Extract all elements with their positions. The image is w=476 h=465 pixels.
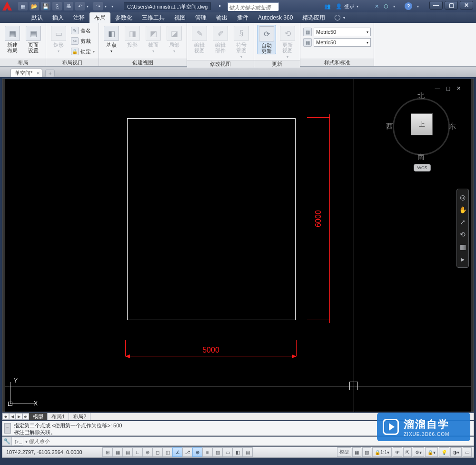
infocenter-icon[interactable]: 👥	[324, 3, 331, 10]
ribbon-tab[interactable]: 默认	[27, 12, 48, 23]
layout-tab[interactable]: 布局1	[48, 413, 69, 420]
am-icon[interactable]: ▤	[242, 447, 253, 457]
qat-undo-icon[interactable]: ↶	[75, 2, 85, 10]
help-search[interactable]	[228, 2, 279, 10]
lineweight-icon[interactable]: ≡	[202, 447, 213, 457]
file-tab[interactable]: 单空间* ✕	[10, 69, 42, 77]
ribbon-tab[interactable]: 输出	[211, 12, 232, 23]
sc-icon[interactable]: ◧	[232, 447, 243, 457]
signin-button[interactable]: 👤 登录 ▾	[336, 3, 358, 10]
appframe-icon[interactable]	[335, 15, 340, 20]
dimension-vertical[interactable]: 6000	[307, 114, 334, 323]
cmd-prompt-icon[interactable]: ▷_	[14, 437, 23, 445]
tab-last-icon[interactable]: ⏭	[22, 413, 29, 420]
style-dropdown[interactable]: Metric50▾	[314, 38, 371, 47]
navbar-more-icon[interactable]: ▸	[458, 255, 467, 263]
style-dropdown[interactable]: Metric50▾	[314, 28, 371, 36]
ribbon-tab[interactable]: 精选应用	[298, 12, 330, 23]
style-icon[interactable]: ▦	[303, 38, 312, 47]
steering-wheel-icon[interactable]: ◎	[458, 193, 467, 202]
help-icon[interactable]: ?	[405, 2, 412, 10]
viewcube-face[interactable]: 上	[411, 113, 433, 135]
ribbon-tab[interactable]: 布局	[89, 12, 110, 23]
coordinates-display[interactable]: 10742.2797, -6106.2564, 0.0000	[2, 449, 102, 455]
hardware-accel-icon[interactable]: 💡	[439, 447, 449, 457]
ribbon-tab[interactable]: 注释	[69, 12, 89, 23]
viewcube[interactable]: 北 南 西 东 上 WCS	[388, 93, 455, 170]
transparency-icon[interactable]: ▨	[212, 447, 223, 457]
close-icon[interactable]: ✕	[36, 71, 40, 76]
path-dd-icon[interactable]: ▸	[219, 3, 221, 8]
tab-prev-icon[interactable]: ◀	[9, 413, 16, 420]
orbit-icon[interactable]: ⟲	[458, 230, 467, 239]
chevron-down-icon[interactable]: ▾	[393, 4, 395, 9]
drawing-area[interactable]: — ▢ ✕ 北 南 西 东 上 WCS ◎ ✋ ⤢ ⟲ ▦ ▸ 5000 600…	[2, 79, 474, 412]
help-search-input[interactable]	[228, 4, 278, 11]
showmotion-icon[interactable]: ▦	[458, 243, 467, 251]
ribbon-tab[interactable]: 插入	[48, 12, 69, 23]
style-icon[interactable]: ▦	[303, 28, 312, 36]
clean-screen-icon[interactable]: ▭	[463, 447, 472, 457]
grid-icon[interactable]: ▤	[122, 447, 133, 457]
dimension-horizontal[interactable]: 5000	[125, 340, 297, 360]
annotation-scale[interactable]: 🔒 1:1▾	[372, 447, 392, 457]
ribbon-small-button[interactable]: ✎命名	[70, 26, 96, 35]
chevron-down-icon[interactable]: ▾	[417, 4, 419, 9]
ribbon-button[interactable]: ⟳自动更新	[257, 25, 276, 54]
layout-tab[interactable]: 模型	[29, 413, 48, 420]
pan-icon[interactable]: ✋	[458, 205, 467, 214]
qp-icon[interactable]: ▭	[222, 447, 233, 457]
ribbon-tab[interactable]: 参数化	[110, 12, 137, 23]
ucs-icon[interactable]: Y X	[7, 378, 40, 407]
toolbar-lock-icon[interactable]: 🔒▾	[425, 447, 438, 457]
qat-new-icon[interactable]: ▦	[18, 2, 28, 10]
infer-constraints-icon[interactable]: ⊞	[102, 447, 113, 457]
customize-icon[interactable]: 🔧	[2, 437, 12, 445]
dyn-input-icon[interactable]: ⊕	[192, 447, 203, 457]
ribbon-tab[interactable]: 视图	[169, 12, 190, 23]
polar-icon[interactable]: ⊕	[142, 447, 153, 457]
zoom-extents-icon[interactable]: ⤢	[458, 218, 467, 226]
exchange-icon[interactable]: ✕	[375, 3, 379, 10]
osnap-icon[interactable]: ◻	[152, 447, 163, 457]
ribbon-small-button[interactable]: 🔒锁定 ▾	[70, 47, 96, 56]
chevron-down-icon[interactable]: ▾	[343, 16, 345, 20]
qat-plot-icon[interactable]: 🖶	[64, 2, 73, 10]
maximize-button[interactable]: ▢	[445, 1, 458, 10]
ribbon-tab[interactable]: 管理	[190, 12, 211, 23]
ribbon-tab[interactable]: 三维工具	[137, 12, 169, 23]
ribbon-button[interactable]: ▦新建布局	[3, 25, 22, 53]
qat-open-icon[interactable]: 📂	[30, 2, 39, 10]
ducs-icon[interactable]: ⎇	[182, 447, 193, 457]
vp-close-icon[interactable]: ✕	[455, 85, 462, 91]
layout-tab[interactable]: 布局2	[69, 413, 90, 420]
qat-save-icon[interactable]: 💾	[41, 2, 50, 10]
tab-first-icon[interactable]: ⏮	[2, 413, 9, 420]
wcs-badge[interactable]: WCS	[414, 164, 431, 172]
undo-dd-icon[interactable]: ▾	[87, 2, 91, 10]
drawing-rectangle[interactable]	[127, 118, 296, 320]
3dosnap-icon[interactable]: ◫	[162, 447, 173, 457]
a360-icon[interactable]: ⬡	[384, 3, 388, 10]
app-logo[interactable]	[0, 0, 14, 12]
otrack-icon[interactable]: ∠	[172, 447, 183, 457]
vp-minimize-icon[interactable]: —	[434, 85, 441, 91]
vp-maximize-icon[interactable]: ▢	[444, 85, 452, 91]
ortho-icon[interactable]: ∟	[132, 447, 143, 457]
qat-saveas-icon[interactable]: ⎘	[52, 2, 62, 10]
qat-redo-icon[interactable]: ↷	[93, 2, 103, 10]
close-button[interactable]: ✕	[460, 1, 473, 10]
ribbon-tab[interactable]: Autodesk 360	[253, 12, 298, 23]
ribbon-button[interactable]: ▤页面设置	[24, 25, 43, 53]
drawing-quickview-icon[interactable]: ▧	[362, 447, 371, 457]
cmdline-handle-icon[interactable]: ≡	[4, 423, 11, 434]
new-tab-button[interactable]: +	[45, 70, 55, 77]
ribbon-tab[interactable]: 插件	[232, 12, 253, 23]
minimize-button[interactable]: —	[429, 1, 443, 10]
ribbon-button[interactable]: ◧基点▾	[102, 25, 121, 54]
tab-next-icon[interactable]: ▶	[16, 413, 22, 420]
qat-customize-icon[interactable]: ▾	[111, 2, 116, 10]
ribbon-small-button[interactable]: ✂剪裁	[70, 36, 96, 46]
layout-quickview-icon[interactable]: ▦	[352, 447, 361, 457]
workspace-switch-icon[interactable]: ⚙▾	[413, 447, 424, 457]
